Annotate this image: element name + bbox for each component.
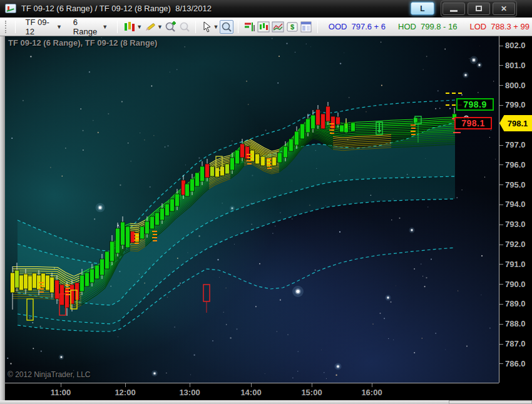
- x-axis-tick: [251, 383, 252, 387]
- svg-text:$: $: [290, 23, 294, 31]
- stop-price-box: 798.1: [454, 117, 492, 129]
- y-axis-tick: [499, 65, 503, 66]
- hod-label: HOD: [398, 22, 416, 31]
- dollar-icon: $: [286, 21, 299, 33]
- chart-trader-button[interactable]: $: [285, 20, 299, 34]
- separator: [15, 21, 16, 33]
- chart-panel-button[interactable]: [257, 20, 270, 34]
- close-button[interactable]: ✕: [493, 3, 515, 15]
- window-controls: ✕: [441, 1, 517, 17]
- hod-value: 799.8 - 16: [421, 22, 458, 31]
- y-axis-label: 794.0: [505, 199, 526, 209]
- bar-marker-button[interactable]: [243, 20, 256, 34]
- y-axis-label: 799.0: [505, 100, 526, 109]
- ood-value: 797.6 + 6: [351, 22, 386, 31]
- chevron-down-icon: ▼: [102, 24, 108, 30]
- y-axis-tick: [499, 105, 503, 106]
- instrument-selector[interactable]: TF 09-12 ▼: [20, 16, 66, 38]
- bar-marker-icon: [243, 21, 256, 33]
- y-axis-label: 802.0: [505, 41, 526, 50]
- maximize-button[interactable]: [468, 3, 490, 15]
- candles-panel-icon: [257, 21, 270, 33]
- drawing-tools-button[interactable]: ▼: [143, 20, 163, 34]
- data-grid-icon: [300, 21, 312, 33]
- y-axis-tick: [499, 324, 503, 325]
- maximize-icon: [476, 6, 482, 11]
- app-icon: [5, 4, 16, 13]
- y-axis-label: 790.0: [505, 280, 526, 289]
- x-axis-label: 13:00: [175, 388, 205, 397]
- minimize-button[interactable]: [442, 3, 465, 15]
- y-axis-tick: [499, 145, 503, 146]
- hod-stat: HOD 799.8 - 16: [398, 22, 457, 31]
- cursor-mode-button[interactable]: ▼: [200, 20, 218, 34]
- window-bottom-border: [0, 400, 532, 404]
- axis-corner: [499, 383, 532, 400]
- x-axis-label: 15:00: [297, 388, 327, 397]
- chart-plot-area[interactable]: TF 09-12 (6 Range), TF 09-12 (8 Range) ©…: [5, 36, 499, 383]
- x-axis[interactable]: 11:0012:0013:0014:0015:0016:00: [5, 383, 499, 400]
- zoom-out-icon: [178, 21, 191, 33]
- y-axis-tick: [499, 225, 503, 225]
- x-axis-label: 16:00: [357, 388, 387, 397]
- x-axis-tick: [312, 383, 312, 387]
- y-axis-label: 786.0: [505, 359, 526, 368]
- x-axis-tick: [372, 383, 372, 387]
- chevron-down-icon: ▼: [136, 24, 142, 30]
- y-axis-tick: [499, 46, 503, 46]
- y-axis-tick: [499, 184, 503, 185]
- target-price-box: 798.9: [456, 98, 494, 111]
- x-axis-label: 14:00: [236, 388, 266, 397]
- period-selector-label: 6 Range: [73, 18, 98, 36]
- chevron-down-icon: ▼: [157, 24, 163, 30]
- separator: [117, 21, 118, 33]
- title-bar[interactable]: TF 09-12 (6 Range) / TF 09-12 (8 Range) …: [0, 0, 532, 18]
- period-selector[interactable]: 6 Range ▼: [68, 16, 113, 38]
- y-axis-label: 791.0: [505, 260, 526, 269]
- x-axis-label: 11:00: [46, 388, 76, 397]
- chart-series-label: TF 09-12 (6 Range), TF 09-12 (8 Range): [8, 38, 157, 48]
- minimize-icon: [450, 10, 458, 12]
- separator: [195, 21, 196, 33]
- lod-value: 788.3 + 99: [491, 22, 529, 31]
- ood-stat: OOD 797.6 + 6: [329, 22, 386, 31]
- cursor-arrow-icon: [202, 21, 213, 33]
- zoom-out-button[interactable]: [178, 20, 192, 34]
- y-axis-label: 787.0: [505, 339, 526, 348]
- ood-label: OOD: [329, 22, 347, 31]
- lod-label: LOD: [469, 22, 486, 31]
- y-axis-tick: [499, 264, 503, 265]
- chevron-down-icon: ▼: [56, 24, 62, 30]
- y-axis-tick: [499, 85, 503, 86]
- chart-canvas[interactable]: [5, 36, 499, 383]
- y-axis-tick: [499, 245, 503, 245]
- instrument-selector-label: TF 09-12: [25, 18, 52, 36]
- indicators-button[interactable]: [272, 20, 285, 34]
- window-left-border: [0, 36, 5, 400]
- y-axis-label: 788.0: [505, 319, 526, 328]
- y-axis-label: 789.0: [505, 299, 526, 308]
- resize-grip[interactable]: [449, 400, 532, 404]
- y-axis[interactable]: 798.1 802.0801.0800.0799.0797.0796.0795.…: [499, 36, 532, 400]
- y-axis-label: 801.0: [505, 61, 526, 70]
- window-title: TF 09-12 (6 Range) / TF 09-12 (8 Range) …: [21, 4, 411, 13]
- y-axis-label: 800.0: [505, 81, 526, 90]
- candlestick-style-icon: [123, 21, 136, 33]
- chevron-down-icon: ▼: [213, 24, 218, 30]
- chart-style-button[interactable]: ▼: [122, 20, 142, 34]
- x-axis-tick: [125, 383, 126, 387]
- copyright-text: © 2012 NinjaTrader, LLC: [8, 370, 90, 379]
- lod-stat: LOD 788.3 + 99: [469, 22, 529, 31]
- instrument-link-button[interactable]: L: [411, 2, 434, 15]
- y-axis-tick: [499, 205, 503, 205]
- data-grid-button[interactable]: [300, 20, 313, 34]
- zoom-in-button[interactable]: [164, 20, 177, 34]
- pencil-icon: [145, 21, 157, 33]
- toolbar-grip[interactable]: [5, 21, 8, 33]
- indicators-icon: [272, 21, 284, 33]
- magnifier-toggle-button[interactable]: [220, 20, 233, 34]
- y-axis-tick: [499, 344, 503, 345]
- zoom-in-icon: [164, 21, 176, 33]
- session-stats: OOD 797.6 + 6 HOD 799.8 - 16 LOD 788.3 +…: [329, 22, 529, 31]
- y-axis-label: 795.0: [505, 180, 526, 189]
